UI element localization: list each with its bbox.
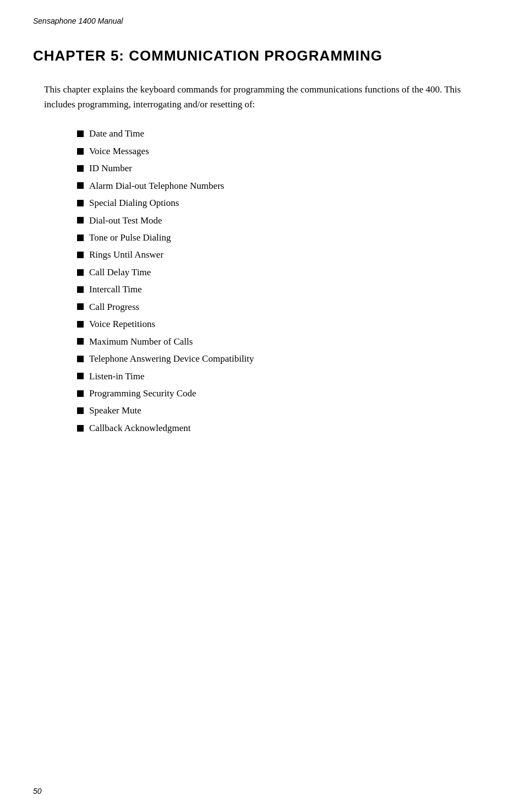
list-item-text: Date and Time: [89, 125, 144, 142]
list-item: ID Number: [77, 160, 492, 177]
list-item: Intercall Time: [77, 281, 492, 298]
list-item: Call Progress: [77, 298, 492, 315]
bullet-icon: [77, 356, 84, 362]
bullet-icon: [77, 373, 84, 379]
list-item-text: Programming Security Code: [89, 385, 196, 402]
bullet-icon: [77, 286, 84, 293]
list-item-text: Maximum Number of Calls: [89, 333, 193, 350]
list-item: Maximum Number of Calls: [77, 333, 492, 350]
list-item-text: Call Delay Time: [89, 264, 151, 281]
intro-text: This chapter explains the keyboard comma…: [44, 82, 462, 112]
bullet-icon: [77, 130, 84, 137]
bullet-icon: [77, 321, 84, 328]
list-item: Call Delay Time: [77, 264, 492, 281]
list-item: Callback Acknowledgment: [77, 419, 492, 437]
list-item-text: Speaker Mute: [89, 402, 141, 419]
list-item-text: Callback Acknowledgment: [89, 419, 191, 437]
list-item-text: Rings Until Answer: [89, 246, 163, 263]
list-item-text: Special Dialing Options: [89, 194, 179, 211]
bullet-icon: [77, 165, 84, 172]
list-item-text: Listen-in Time: [89, 368, 145, 385]
bullet-icon: [77, 252, 84, 258]
list-item-text: Dial-out Test Mode: [89, 212, 162, 229]
list-item-text: Tone or Pulse Dialing: [89, 229, 171, 246]
bullet-list: Date and TimeVoice MessagesID NumberAlar…: [77, 125, 492, 437]
bullet-icon: [77, 338, 84, 345]
list-item-text: Telephone Answering Device Compatibility: [89, 350, 254, 367]
bullet-icon: [77, 303, 84, 310]
bullet-icon: [77, 425, 84, 432]
bullet-icon: [77, 217, 84, 224]
page-container: Sensaphone 1400 Manual CHAPTER 5: COMMUN…: [0, 0, 525, 812]
bullet-icon: [77, 182, 84, 189]
list-item: Dial-out Test Mode: [77, 212, 492, 229]
bullet-icon: [77, 390, 84, 397]
header-title: Sensaphone 1400 Manual: [33, 17, 492, 25]
page-number: 50: [33, 787, 42, 795]
list-item: Voice Repetitions: [77, 315, 492, 333]
list-item: Date and Time: [77, 125, 492, 142]
list-item-text: Intercall Time: [89, 281, 142, 298]
list-item: Voice Messages: [77, 143, 492, 160]
list-item-text: ID Number: [89, 160, 132, 177]
bullet-icon: [77, 269, 84, 276]
list-item: Listen-in Time: [77, 368, 492, 385]
bullet-icon: [77, 235, 84, 241]
list-item: Tone or Pulse Dialing: [77, 229, 492, 246]
list-item: Speaker Mute: [77, 402, 492, 419]
list-item-text: Voice Repetitions: [89, 315, 155, 333]
list-item: Special Dialing Options: [77, 194, 492, 211]
list-item: Alarm Dial-out Telephone Numbers: [77, 177, 492, 194]
list-item: Rings Until Answer: [77, 246, 492, 263]
bullet-icon: [77, 148, 84, 155]
list-item-text: Alarm Dial-out Telephone Numbers: [89, 177, 224, 194]
list-item-text: Voice Messages: [89, 143, 149, 160]
list-item: Telephone Answering Device Compatibility: [77, 350, 492, 367]
list-item-text: Call Progress: [89, 298, 139, 315]
list-item: Programming Security Code: [77, 385, 492, 402]
bullet-icon: [77, 200, 84, 206]
bullet-icon: [77, 407, 84, 414]
chapter-heading: CHAPTER 5: COMMUNICATION PROGRAMMING: [33, 47, 492, 64]
